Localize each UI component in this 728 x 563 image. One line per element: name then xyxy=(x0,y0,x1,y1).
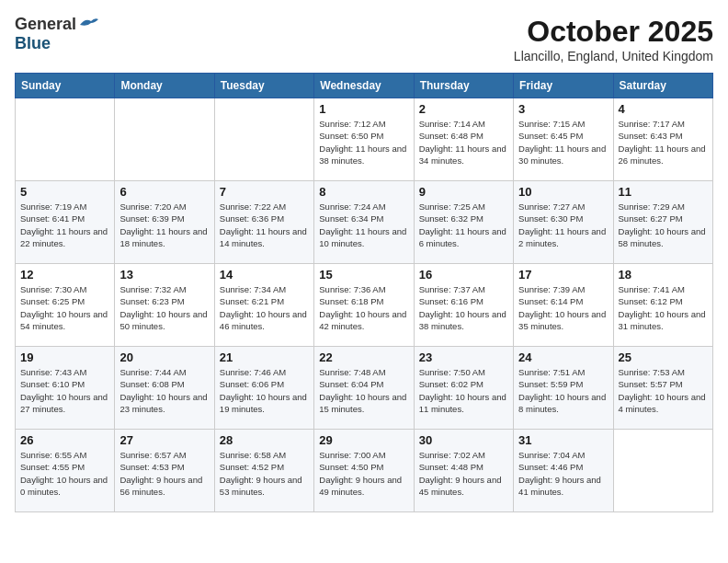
cell-day-number: 22 xyxy=(319,350,408,364)
cell-day-number: 5 xyxy=(20,185,109,199)
cell-info: Sunrise: 7:36 AMSunset: 6:18 PMDaylight:… xyxy=(319,283,408,332)
cell-info: Sunrise: 7:37 AMSunset: 6:16 PMDaylight:… xyxy=(419,283,508,332)
cell-info: Sunrise: 6:57 AMSunset: 4:53 PMDaylight:… xyxy=(119,449,209,498)
cell-info: Sunrise: 7:27 AMSunset: 6:30 PMDaylight:… xyxy=(518,201,608,249)
cell-info: Sunrise: 7:39 AMSunset: 6:14 PMDaylight:… xyxy=(518,283,608,332)
cell-day-number: 13 xyxy=(119,268,209,282)
cell-day-number: 29 xyxy=(319,433,408,447)
cell-day-number: 20 xyxy=(119,350,209,364)
calendar-cell: 18Sunrise: 7:41 AMSunset: 6:12 PMDayligh… xyxy=(613,264,712,347)
cell-info: Sunrise: 7:12 AMSunset: 6:50 PMDaylight:… xyxy=(319,118,408,167)
calendar-cell: 20Sunrise: 7:44 AMSunset: 6:08 PMDayligh… xyxy=(115,347,214,430)
cell-day-number: 9 xyxy=(419,185,508,199)
cell-info: Sunrise: 7:14 AMSunset: 6:48 PMDaylight:… xyxy=(419,118,508,167)
cell-day-number: 31 xyxy=(518,433,608,447)
cell-day-number: 15 xyxy=(319,268,408,282)
calendar-header-saturday: Saturday xyxy=(613,74,712,98)
calendar-cell: 4Sunrise: 7:17 AMSunset: 6:43 PMDaylight… xyxy=(613,98,712,181)
cell-day-number: 17 xyxy=(518,268,608,282)
cell-day-number: 7 xyxy=(220,185,309,199)
cell-info: Sunrise: 7:17 AMSunset: 6:43 PMDaylight:… xyxy=(619,118,708,167)
calendar-cell: 10Sunrise: 7:27 AMSunset: 6:30 PMDayligh… xyxy=(514,181,613,264)
calendar-week-4: 19Sunrise: 7:43 AMSunset: 6:10 PMDayligh… xyxy=(16,347,713,430)
cell-day-number: 21 xyxy=(220,350,309,364)
cell-info: Sunrise: 7:25 AMSunset: 6:32 PMDaylight:… xyxy=(419,201,508,249)
logo: General Blue xyxy=(15,15,100,53)
calendar-week-1: 1Sunrise: 7:12 AMSunset: 6:50 PMDaylight… xyxy=(16,98,713,181)
cell-info: Sunrise: 6:55 AMSunset: 4:55 PMDaylight:… xyxy=(20,449,109,498)
calendar-cell: 16Sunrise: 7:37 AMSunset: 6:16 PMDayligh… xyxy=(414,264,513,347)
cell-day-number: 10 xyxy=(518,185,608,199)
cell-info: Sunrise: 7:32 AMSunset: 6:23 PMDaylight:… xyxy=(119,283,209,332)
month-title: October 2025 xyxy=(514,15,713,49)
calendar-cell: 19Sunrise: 7:43 AMSunset: 6:10 PMDayligh… xyxy=(16,347,115,430)
calendar-cell: 28Sunrise: 6:58 AMSunset: 4:52 PMDayligh… xyxy=(214,430,313,512)
calendar-cell: 7Sunrise: 7:22 AMSunset: 6:36 PMDaylight… xyxy=(214,181,313,264)
cell-info: Sunrise: 7:04 AMSunset: 4:46 PMDaylight:… xyxy=(518,449,608,498)
calendar-cell: 17Sunrise: 7:39 AMSunset: 6:14 PMDayligh… xyxy=(514,264,613,347)
calendar-week-3: 12Sunrise: 7:30 AMSunset: 6:25 PMDayligh… xyxy=(16,264,713,347)
calendar-cell: 25Sunrise: 7:53 AMSunset: 5:57 PMDayligh… xyxy=(613,347,712,430)
calendar-cell: 29Sunrise: 7:00 AMSunset: 4:50 PMDayligh… xyxy=(314,430,414,512)
cell-info: Sunrise: 7:41 AMSunset: 6:12 PMDaylight:… xyxy=(619,283,708,332)
cell-info: Sunrise: 7:30 AMSunset: 6:25 PMDaylight:… xyxy=(20,283,109,332)
cell-day-number: 26 xyxy=(20,433,109,447)
cell-info: Sunrise: 6:58 AMSunset: 4:52 PMDaylight:… xyxy=(220,449,309,498)
cell-info: Sunrise: 7:43 AMSunset: 6:10 PMDaylight:… xyxy=(20,366,109,415)
calendar-cell: 6Sunrise: 7:20 AMSunset: 6:39 PMDaylight… xyxy=(115,181,214,264)
cell-info: Sunrise: 7:53 AMSunset: 5:57 PMDaylight:… xyxy=(619,366,708,415)
calendar-cell xyxy=(613,430,712,512)
cell-info: Sunrise: 7:51 AMSunset: 5:59 PMDaylight:… xyxy=(518,366,608,415)
calendar-cell: 2Sunrise: 7:14 AMSunset: 6:48 PMDaylight… xyxy=(414,98,513,181)
cell-info: Sunrise: 7:48 AMSunset: 6:04 PMDaylight:… xyxy=(319,366,408,415)
logo-blue-text: Blue xyxy=(15,34,51,53)
cell-info: Sunrise: 7:46 AMSunset: 6:06 PMDaylight:… xyxy=(220,366,309,415)
cell-day-number: 11 xyxy=(619,185,708,199)
calendar-header-tuesday: Tuesday xyxy=(214,74,313,98)
logo-bird-icon xyxy=(78,16,100,34)
cell-info: Sunrise: 7:20 AMSunset: 6:39 PMDaylight:… xyxy=(119,201,209,249)
calendar-cell: 1Sunrise: 7:12 AMSunset: 6:50 PMDaylight… xyxy=(314,98,414,181)
cell-day-number: 8 xyxy=(319,185,408,199)
cell-day-number: 28 xyxy=(220,433,309,447)
cell-info: Sunrise: 7:19 AMSunset: 6:41 PMDaylight:… xyxy=(20,201,109,249)
cell-day-number: 19 xyxy=(20,350,109,364)
cell-day-number: 23 xyxy=(419,350,508,364)
calendar-cell: 31Sunrise: 7:04 AMSunset: 4:46 PMDayligh… xyxy=(514,430,613,512)
calendar-cell xyxy=(16,98,115,181)
cell-day-number: 27 xyxy=(119,433,209,447)
cell-info: Sunrise: 7:15 AMSunset: 6:45 PMDaylight:… xyxy=(518,118,608,167)
calendar-table: SundayMondayTuesdayWednesdayThursdayFrid… xyxy=(15,73,713,512)
cell-day-number: 25 xyxy=(619,350,708,364)
calendar-cell xyxy=(214,98,313,181)
calendar-header-row: SundayMondayTuesdayWednesdayThursdayFrid… xyxy=(16,74,713,98)
cell-info: Sunrise: 7:00 AMSunset: 4:50 PMDaylight:… xyxy=(319,449,408,498)
page-header: General Blue October 2025 Llancillo, Eng… xyxy=(15,15,713,63)
calendar-cell: 15Sunrise: 7:36 AMSunset: 6:18 PMDayligh… xyxy=(314,264,414,347)
cell-day-number: 6 xyxy=(119,185,209,199)
calendar-cell: 11Sunrise: 7:29 AMSunset: 6:27 PMDayligh… xyxy=(613,181,712,264)
cell-day-number: 4 xyxy=(619,102,708,116)
calendar-cell: 14Sunrise: 7:34 AMSunset: 6:21 PMDayligh… xyxy=(214,264,313,347)
cell-day-number: 14 xyxy=(220,268,309,282)
calendar-cell: 22Sunrise: 7:48 AMSunset: 6:04 PMDayligh… xyxy=(314,347,414,430)
title-section: October 2025 Llancillo, England, United … xyxy=(514,15,713,63)
logo-general-text: General xyxy=(15,15,76,34)
cell-day-number: 30 xyxy=(419,433,508,447)
cell-info: Sunrise: 7:29 AMSunset: 6:27 PMDaylight:… xyxy=(619,201,708,249)
calendar-cell: 13Sunrise: 7:32 AMSunset: 6:23 PMDayligh… xyxy=(115,264,214,347)
calendar-header-wednesday: Wednesday xyxy=(314,74,414,98)
calendar-header-sunday: Sunday xyxy=(16,74,115,98)
calendar-header-monday: Monday xyxy=(115,74,214,98)
calendar-cell xyxy=(115,98,214,181)
cell-info: Sunrise: 7:24 AMSunset: 6:34 PMDaylight:… xyxy=(319,201,408,249)
cell-info: Sunrise: 7:50 AMSunset: 6:02 PMDaylight:… xyxy=(419,366,508,415)
calendar-cell: 5Sunrise: 7:19 AMSunset: 6:41 PMDaylight… xyxy=(16,181,115,264)
cell-day-number: 16 xyxy=(419,268,508,282)
calendar-cell: 23Sunrise: 7:50 AMSunset: 6:02 PMDayligh… xyxy=(414,347,513,430)
calendar-cell: 21Sunrise: 7:46 AMSunset: 6:06 PMDayligh… xyxy=(214,347,313,430)
calendar-week-2: 5Sunrise: 7:19 AMSunset: 6:41 PMDaylight… xyxy=(16,181,713,264)
calendar-week-5: 26Sunrise: 6:55 AMSunset: 4:55 PMDayligh… xyxy=(16,430,713,512)
cell-day-number: 1 xyxy=(319,102,408,116)
cell-info: Sunrise: 7:02 AMSunset: 4:48 PMDaylight:… xyxy=(419,449,508,498)
